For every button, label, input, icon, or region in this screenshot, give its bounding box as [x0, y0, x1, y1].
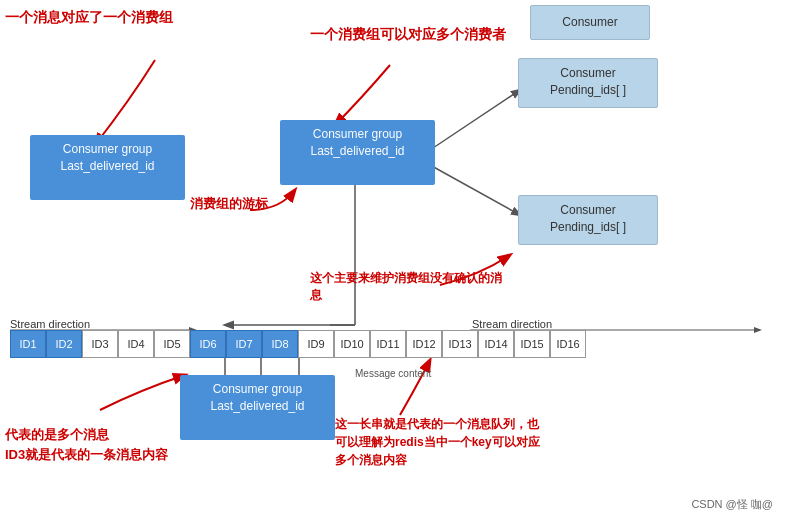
- annotation-top-left: 一个消息对应了一个消费组: [5, 8, 173, 28]
- id-row: ID1ID2ID3ID4ID5ID6ID7ID8ID9ID10ID11ID12I…: [10, 330, 586, 358]
- id-cell-id8: ID8: [262, 330, 298, 358]
- id-cell-id5: ID5: [154, 330, 190, 358]
- id-cell-id10: ID10: [334, 330, 370, 358]
- consumer-top-box: Consumer Pending_ids[ ]: [518, 58, 658, 108]
- consumer-group-main-box: Consumer group Last_delivered_id: [280, 120, 435, 185]
- id-cell-id2: ID2: [46, 330, 82, 358]
- id-cell-id12: ID12: [406, 330, 442, 358]
- id-cell-id1: ID1: [10, 330, 46, 358]
- consumer-middle-box: Consumer Pending_ids[ ]: [518, 195, 658, 245]
- consumer-group-bottom-box: Consumer group Last_delivered_id: [180, 375, 335, 440]
- annotation-bottom-middle: 这一长串就是代表的一个消息队列，也 可以理解为redis当中一个key可以对应 …: [335, 415, 540, 469]
- annotation-top-right: 一个消费组可以对应多个消费者: [310, 25, 506, 45]
- id-cell-id14: ID14: [478, 330, 514, 358]
- message-content-label: Message content: [355, 368, 431, 379]
- id-cell-id3: ID3: [82, 330, 118, 358]
- consumer-group-left-box: Consumer group Last_delivered_id: [30, 135, 185, 200]
- annotation-cursor: 消费组的游标: [190, 195, 268, 213]
- svg-line-0: [430, 90, 520, 150]
- csdn-label: CSDN @怪 咖@: [691, 497, 773, 512]
- id-cell-id15: ID15: [514, 330, 550, 358]
- id-cell-id16: ID16: [550, 330, 586, 358]
- svg-line-1: [430, 165, 520, 215]
- id-cell-id4: ID4: [118, 330, 154, 358]
- id-cell-id7: ID7: [226, 330, 262, 358]
- stream-direction-right-label: Stream direction: [472, 318, 552, 330]
- diagram-container: 一个消息对应了一个消费组 一个消费组可以对应多个消费者 Consumer Con…: [0, 0, 785, 520]
- stream-direction-left-label: Stream direction: [10, 318, 90, 330]
- id-cell-id6: ID6: [190, 330, 226, 358]
- consumer-header-box: Consumer: [530, 5, 650, 40]
- annotation-bottom-left: 代表的是多个消息 ID3就是代表的一条消息内容: [5, 425, 168, 464]
- id-cell-id11: ID11: [370, 330, 406, 358]
- id-cell-id13: ID13: [442, 330, 478, 358]
- annotation-maintain: 这个主要来维护消费组没有确认的消息: [310, 270, 510, 304]
- id-cell-id9: ID9: [298, 330, 334, 358]
